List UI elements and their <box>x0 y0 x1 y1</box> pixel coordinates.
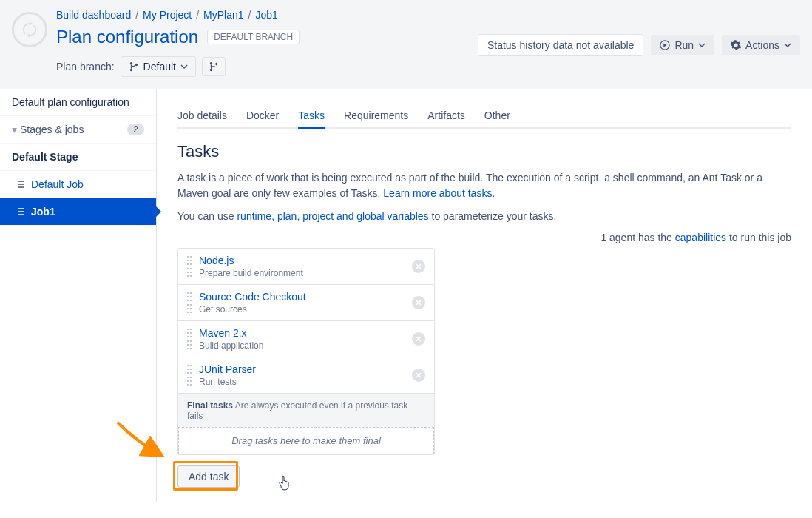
stages-count-badge: 2 <box>127 124 144 135</box>
tab-bar: Job details Docker Tasks Requirements Ar… <box>177 104 791 129</box>
page-title: Plan configuration <box>56 27 198 47</box>
branch-select[interactable]: Default <box>121 56 196 77</box>
task-list-panel: Node.js Prepare build environment Source… <box>177 248 435 455</box>
task-title: Maven 2.x <box>199 327 412 339</box>
breadcrumb-link[interactable]: MyPlan1 <box>203 9 243 21</box>
list-icon <box>15 207 25 216</box>
close-icon <box>416 263 422 269</box>
create-branch-button[interactable] <box>202 57 226 76</box>
agent-capabilities-row: 1 agent has the capabilities to run this… <box>177 232 791 243</box>
breadcrumb-link[interactable]: Job1 <box>255 9 277 21</box>
sidebar: Default plan configuration ▾Stages & job… <box>0 89 157 502</box>
variables-link[interactable]: runtime, plan, project and global variab… <box>237 210 428 222</box>
tab-artifacts[interactable]: Artifacts <box>427 104 465 127</box>
sidebar-job-default[interactable]: Default Job <box>0 171 156 198</box>
section-title: Tasks <box>177 142 791 161</box>
breadcrumb-link[interactable]: My Project <box>143 9 192 21</box>
branch-badge: DEFAULT BRANCH <box>207 30 300 44</box>
final-tasks-drop-zone[interactable]: Drag tasks here to make them final <box>178 427 434 454</box>
remove-task-button[interactable] <box>412 332 425 346</box>
task-subtitle: Build application <box>199 340 412 351</box>
close-icon <box>416 300 422 306</box>
task-subtitle: Run tests <box>199 377 412 387</box>
sidebar-item-default-plan[interactable]: Default plan configuration <box>0 89 156 116</box>
list-icon <box>15 180 25 189</box>
tasks-description-2: You can use runtime, plan, project and g… <box>177 209 791 224</box>
drag-handle-icon[interactable] <box>187 256 192 277</box>
add-task-button[interactable]: Add task <box>177 465 240 488</box>
task-item[interactable]: Maven 2.x Build application <box>178 321 434 357</box>
task-item[interactable]: Source Code Checkout Get sources <box>178 285 434 321</box>
tab-docker[interactable]: Docker <box>246 104 279 127</box>
task-title: JUnit Parser <box>199 363 412 375</box>
task-subtitle: Prepare build environment <box>199 268 412 278</box>
sidebar-item-label: Stages & jobs <box>20 124 84 135</box>
status-history-button[interactable]: Status history data not available <box>478 34 643 56</box>
actions-button[interactable]: Actions <box>722 35 800 56</box>
run-button[interactable]: Run <box>651 35 714 56</box>
plan-branch-label: Plan branch: <box>56 61 115 73</box>
sidebar-job-selected[interactable]: Job1 <box>0 198 156 226</box>
task-subtitle: Get sources <box>199 304 412 314</box>
remove-task-button[interactable] <box>412 296 425 309</box>
chevron-down-icon <box>180 63 188 70</box>
task-title: Source Code Checkout <box>199 291 412 303</box>
svg-point-3 <box>210 62 213 65</box>
tab-other[interactable]: Other <box>484 104 510 127</box>
page-header: Build dashboard / My Project / MyPlan1 /… <box>0 0 812 89</box>
close-icon <box>416 336 422 342</box>
play-icon <box>660 40 670 50</box>
main-content: Job details Docker Tasks Requirements Ar… <box>157 89 812 502</box>
actions-label: Actions <box>745 39 779 51</box>
sidebar-item-label[interactable]: Default Job <box>31 178 84 190</box>
tab-requirements[interactable]: Requirements <box>344 104 408 127</box>
sidebar-item-label: Job1 <box>31 206 55 218</box>
final-tasks-header: Final tasks Are always executed even if … <box>178 394 434 427</box>
task-item[interactable]: Node.js Prepare build environment <box>178 249 434 285</box>
svg-point-1 <box>129 69 132 72</box>
run-label: Run <box>674 39 694 51</box>
svg-point-4 <box>210 69 213 72</box>
branch-plus-icon <box>209 61 219 72</box>
sidebar-item-label: Default Stage <box>12 151 78 163</box>
tab-job-details[interactable]: Job details <box>177 104 227 127</box>
drag-handle-icon[interactable] <box>187 329 192 349</box>
drag-handle-icon[interactable] <box>187 292 192 313</box>
breadcrumb-link[interactable]: Build dashboard <box>56 9 131 21</box>
branch-select-value: Default <box>143 61 176 73</box>
learn-more-link[interactable]: Learn more about tasks <box>383 187 492 199</box>
task-title: Node.js <box>199 255 412 266</box>
branch-icon <box>129 61 139 72</box>
close-icon <box>416 372 422 378</box>
remove-task-button[interactable] <box>412 260 425 273</box>
chevron-down-icon <box>698 41 706 49</box>
svg-point-0 <box>129 62 132 65</box>
breadcrumb: Build dashboard / My Project / MyPlan1 /… <box>56 9 300 21</box>
sidebar-stage[interactable]: Default Stage <box>0 144 156 171</box>
task-item[interactable]: JUnit Parser Run tests <box>178 357 434 394</box>
sidebar-item-label: Default plan configuration <box>12 96 129 108</box>
sidebar-section-stages-jobs[interactable]: ▾Stages & jobs 2 <box>0 116 156 144</box>
app-logo <box>12 12 47 47</box>
drag-handle-icon[interactable] <box>187 365 192 386</box>
tasks-description: A task is a piece of work that is being … <box>177 170 791 201</box>
capabilities-link[interactable]: capabilities <box>675 232 726 243</box>
gear-icon <box>731 40 741 50</box>
remove-task-button[interactable] <box>412 369 425 382</box>
collapse-caret-icon: ▾ <box>12 124 17 135</box>
tab-tasks[interactable]: Tasks <box>298 104 325 127</box>
chevron-down-icon <box>784 41 791 49</box>
